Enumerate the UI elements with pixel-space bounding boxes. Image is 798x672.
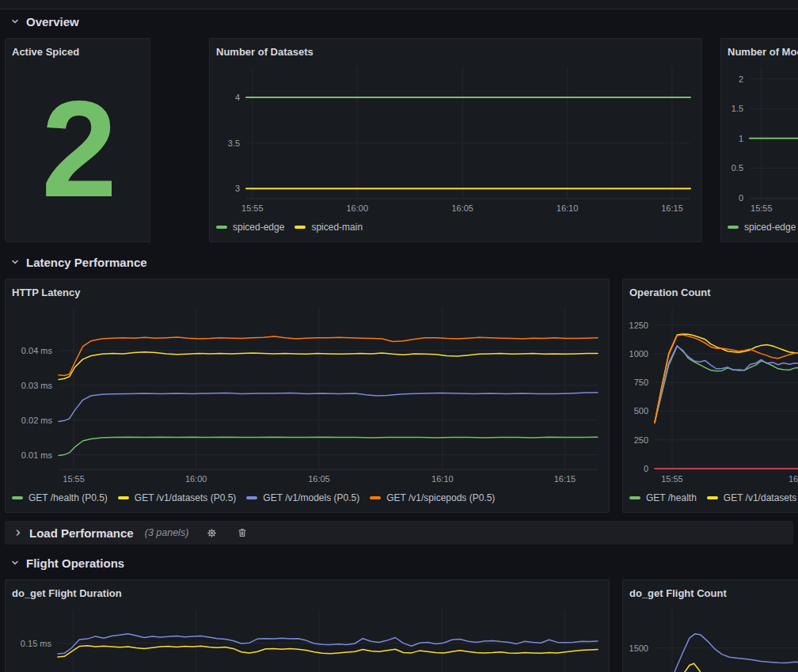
legend-label: GET /v1/spicepods (P0.5): [386, 492, 495, 503]
chart-operation-count[interactable]: 15:5516:00125010007505002500: [629, 303, 798, 488]
legend-swatch: [246, 496, 257, 499]
svg-text:15:55: 15:55: [241, 203, 264, 213]
chevron-down-icon: [10, 256, 21, 268]
svg-text:1250: 1250: [629, 321, 648, 330]
panel-number-of-models: Number of Models 15:5521.510.50 spiced-e…: [720, 38, 798, 242]
panel-title: Operation Count: [629, 286, 798, 303]
svg-text:16:15: 16:15: [661, 203, 683, 213]
stat-value-wrap: 2: [12, 63, 143, 235]
legend-item[interactable]: spiced-main: [294, 222, 363, 233]
legend-swatch: [294, 226, 306, 229]
series-flight-count-blue: [671, 634, 798, 672]
legend-item[interactable]: GET /health (P0.5): [12, 492, 108, 503]
row-delete-button[interactable]: [235, 526, 249, 540]
legend-swatch: [118, 496, 129, 499]
svg-text:1000: 1000: [629, 349, 648, 359]
panel-count-label: (3 panels): [145, 527, 189, 538]
panel-do-get-flight-duration: do_get Flight Duration 0.15 ms: [5, 579, 610, 672]
svg-text:1: 1: [739, 134, 743, 143]
svg-text:1500: 1500: [629, 644, 648, 653]
chart-number-of-datasets[interactable]: 15:5516:0016:0516:1016:1543.53: [216, 63, 695, 218]
section-title: Latency Performance: [26, 256, 147, 269]
chevron-down-icon: [10, 557, 21, 568]
panel-operation-count: Operation Count 15:5516:0012501000750500…: [622, 279, 798, 513]
legend-label: spiced-main: [311, 222, 363, 233]
svg-text:16:00: 16:00: [185, 474, 207, 484]
series-GET /health (P0.5): [59, 437, 598, 455]
series-GET /v1/spicepods (P0.5): [59, 336, 598, 376]
chart-number-of-models[interactable]: 15:5521.510.50: [728, 63, 798, 218]
legend-item[interactable]: GET /v1/models (P0.5): [246, 492, 359, 503]
svg-text:0: 0: [739, 193, 743, 203]
svg-text:3.5: 3.5: [228, 139, 240, 148]
panel-http-latency: HTTP Latency 15:5516:0016:0516:1016:150.…: [5, 279, 610, 513]
series-flight-duration-yellow: [58, 646, 598, 657]
gear-icon: [206, 527, 218, 539]
svg-text:16:10: 16:10: [431, 474, 454, 484]
chart-do-get-flight-count[interactable]: 1500: [629, 604, 798, 672]
legend-item[interactable]: spiced-edge: [216, 222, 284, 233]
panel-title: Number of Models: [728, 45, 798, 63]
row-settings-button[interactable]: [204, 526, 219, 541]
panel-active-spiced: Active Spiced 2: [5, 38, 150, 242]
section-title: Flight Operations: [26, 556, 124, 570]
legend-item[interactable]: GET /v1/datasets: [707, 492, 797, 503]
svg-text:0.01 ms: 0.01 ms: [21, 450, 53, 460]
svg-text:500: 500: [634, 406, 648, 416]
legend-swatch: [629, 496, 640, 499]
svg-text:16:00: 16:00: [346, 203, 368, 213]
legend: GET /healthGET /v1/datasets: [629, 490, 798, 506]
legend-label: GET /v1/datasets: [724, 492, 797, 503]
svg-text:16:05: 16:05: [308, 474, 330, 484]
svg-text:1.5: 1.5: [732, 104, 743, 113]
svg-text:16:05: 16:05: [451, 203, 473, 213]
chart-http-latency[interactable]: 15:5516:0016:0516:1016:150.04 ms0.03 ms0…: [12, 303, 602, 488]
panel-title: Number of Datasets: [216, 45, 695, 63]
panel-title: do_get Flight Count: [629, 587, 798, 604]
svg-text:15:55: 15:55: [63, 474, 85, 484]
chevron-down-icon: [10, 16, 21, 27]
svg-text:4: 4: [235, 93, 240, 102]
section-header-overview[interactable]: Overview: [10, 12, 79, 31]
panel-title: Active Spiced: [12, 45, 143, 63]
svg-text:0: 0: [644, 464, 648, 473]
section-header-flight-operations[interactable]: Flight Operations: [10, 553, 124, 572]
stat-value: 2: [41, 81, 114, 217]
legend-item[interactable]: GET /health: [629, 492, 697, 503]
legend-item[interactable]: GET /v1/datasets (P0.5): [118, 492, 237, 503]
legend: GET /health (P0.5)GET /v1/datasets (P0.5…: [12, 490, 602, 506]
section-header-latency-performance[interactable]: Latency Performance: [10, 252, 147, 271]
top-toolbar: [0, 0, 798, 9]
legend-label: GET /health: [646, 492, 697, 503]
legend-label: spiced-edge: [744, 222, 796, 233]
panel-title: HTTP Latency: [12, 286, 602, 303]
svg-text:2: 2: [739, 74, 743, 84]
svg-text:15:55: 15:55: [661, 474, 683, 484]
svg-text:0.03 ms: 0.03 ms: [21, 381, 53, 390]
legend-item[interactable]: GET /v1/spicepods (P0.5): [370, 492, 495, 503]
series-GET /v1/datasets (P0.5): [59, 352, 598, 380]
svg-text:0.02 ms: 0.02 ms: [21, 416, 53, 425]
legend-item[interactable]: spiced-edge: [728, 222, 796, 233]
panel-number-of-datasets: Number of Datasets 15:5516:0016:0516:101…: [209, 38, 702, 242]
svg-text:16:10: 16:10: [557, 203, 579, 213]
svg-text:16:15: 16:15: [554, 474, 576, 484]
section-header-load-performance[interactable]: Load Performance (3 panels): [5, 521, 793, 545]
legend-label: GET /health (P0.5): [28, 492, 108, 503]
legend-label: spiced-edge: [233, 222, 284, 233]
legend-swatch: [12, 496, 23, 499]
panel-title: do_get Flight Duration: [12, 587, 602, 604]
chart-do-get-flight-duration[interactable]: 0.15 ms: [12, 604, 602, 672]
section-title: Overview: [26, 15, 79, 28]
series-flight-duration-blue: [58, 634, 598, 654]
series-flight-count-yellow: [673, 663, 798, 672]
legend-label: GET /v1/models (P0.5): [263, 492, 359, 503]
legend-swatch: [728, 226, 739, 229]
svg-text:0.5: 0.5: [732, 163, 743, 173]
chevron-right-icon: [13, 527, 24, 538]
series-GET /v1/models (P0.5): [59, 393, 598, 422]
svg-text:16:00: 16:00: [788, 474, 798, 484]
section-title: Load Performance: [29, 526, 134, 540]
legend-label: GET /v1/datasets (P0.5): [135, 492, 237, 503]
svg-text:250: 250: [634, 435, 648, 445]
